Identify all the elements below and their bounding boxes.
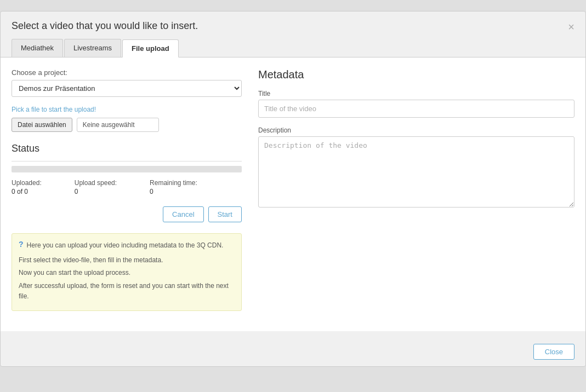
progress-bar-container [12, 166, 242, 172]
dialog-footer: Close [522, 337, 585, 366]
description-label: Description [258, 126, 574, 134]
content-area: Choose a project: Demos zur Präsentation… [1, 57, 585, 331]
tab-livestreams[interactable]: Livestreams [64, 39, 121, 57]
action-buttons-row: Cancel Start [12, 206, 242, 222]
uploaded-value: 0 of 0 [12, 188, 42, 195]
dialog-title: Select a video that you would like to in… [12, 20, 198, 32]
upload-speed-label: Upload speed: [75, 179, 117, 187]
status-heading: Status [12, 143, 242, 154]
info-header-text: Here you can upload your video including… [27, 240, 224, 251]
remaining-time-label: Remaining time: [150, 179, 197, 187]
metadata-title: Metadata [258, 68, 574, 81]
cancel-button[interactable]: Cancel [163, 206, 203, 222]
info-icon: ? [19, 240, 24, 248]
close-icon[interactable]: × [568, 21, 574, 32]
remaining-time-stat: Remaining time: 0 [150, 179, 197, 195]
start-button[interactable]: Start [208, 206, 242, 222]
upload-speed-value: 0 [75, 188, 117, 195]
info-header: ? Here you can upload your video includi… [19, 240, 235, 251]
project-label: Choose a project: [12, 68, 242, 77]
stats-row: Uploaded: 0 of 0 Upload speed: 0 Remaini… [12, 179, 242, 195]
info-line-2: Now you can start the upload process. [19, 268, 235, 278]
dialog-header: Select a video that you would like to in… [1, 11, 585, 32]
info-line-3: After successful upload, the form is res… [19, 281, 235, 302]
right-panel: Metadata Title Description [258, 68, 574, 320]
title-input[interactable] [258, 100, 574, 118]
tab-mediathek[interactable]: Mediathek [12, 39, 63, 57]
info-box: ? Here you can upload your video includi… [12, 233, 242, 311]
divider [12, 161, 242, 162]
uploaded-label: Uploaded: [12, 179, 42, 187]
info-line-1: First select the video-file, then fill i… [19, 255, 235, 266]
description-textarea[interactable] [258, 136, 574, 207]
project-select[interactable]: Demos zur Präsentation [12, 80, 242, 97]
remaining-time-value: 0 [150, 188, 197, 195]
file-input-row: Datei auswählen Keine ausgewählt [12, 118, 242, 132]
status-section: Status Uploaded: 0 of 0 Upload speed: 0 [12, 143, 242, 222]
upload-instruction: Pick a file to start the upload! [12, 106, 242, 113]
tab-file-upload[interactable]: File upload [122, 39, 179, 57]
file-choose-button[interactable]: Datei auswählen [12, 118, 72, 132]
close-button[interactable]: Close [533, 344, 574, 360]
title-label: Title [258, 90, 574, 97]
uploaded-stat: Uploaded: 0 of 0 [12, 179, 42, 195]
tabs-bar: Mediathek Livestreams File upload [1, 32, 585, 57]
upload-speed-stat: Upload speed: 0 [75, 179, 117, 195]
file-name-display: Keine ausgewählt [77, 118, 159, 132]
dialog: Select a video that you would like to in… [0, 11, 586, 367]
left-panel: Choose a project: Demos zur Präsentation… [12, 68, 242, 320]
